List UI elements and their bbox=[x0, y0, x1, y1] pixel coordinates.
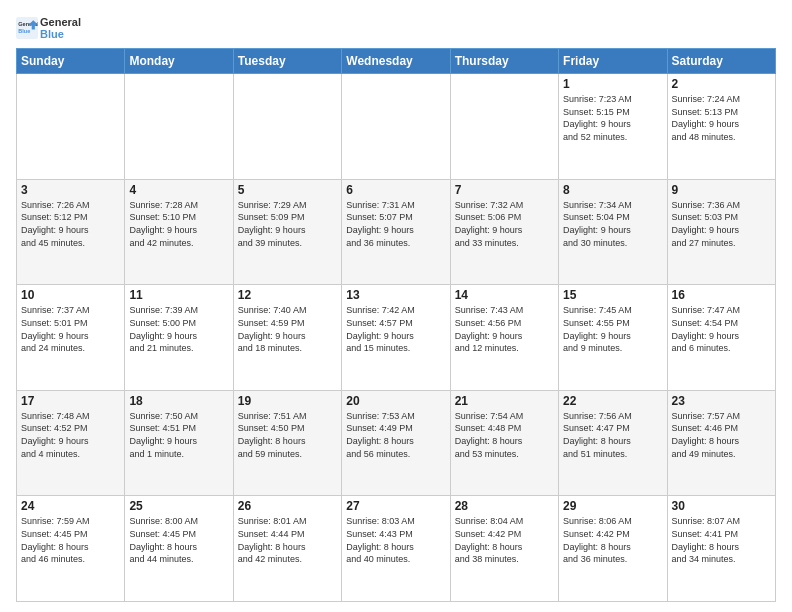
day-number: 28 bbox=[455, 499, 554, 513]
calendar-cell: 15Sunrise: 7:45 AM Sunset: 4:55 PM Dayli… bbox=[559, 285, 667, 391]
header: General Blue General Blue bbox=[16, 16, 776, 40]
day-number: 11 bbox=[129, 288, 228, 302]
calendar-week-row: 1Sunrise: 7:23 AM Sunset: 5:15 PM Daylig… bbox=[17, 74, 776, 180]
calendar-cell: 5Sunrise: 7:29 AM Sunset: 5:09 PM Daylig… bbox=[233, 179, 341, 285]
calendar-cell: 12Sunrise: 7:40 AM Sunset: 4:59 PM Dayli… bbox=[233, 285, 341, 391]
calendar-cell: 18Sunrise: 7:50 AM Sunset: 4:51 PM Dayli… bbox=[125, 390, 233, 496]
day-info: Sunrise: 8:06 AM Sunset: 4:42 PM Dayligh… bbox=[563, 515, 662, 565]
day-number: 27 bbox=[346, 499, 445, 513]
day-number: 22 bbox=[563, 394, 662, 408]
day-number: 17 bbox=[21, 394, 120, 408]
day-info: Sunrise: 7:53 AM Sunset: 4:49 PM Dayligh… bbox=[346, 410, 445, 460]
logo-text-blue: Blue bbox=[40, 28, 81, 40]
weekday-header-tuesday: Tuesday bbox=[233, 49, 341, 74]
day-info: Sunrise: 7:40 AM Sunset: 4:59 PM Dayligh… bbox=[238, 304, 337, 354]
day-number: 9 bbox=[672, 183, 771, 197]
day-number: 8 bbox=[563, 183, 662, 197]
calendar-cell: 9Sunrise: 7:36 AM Sunset: 5:03 PM Daylig… bbox=[667, 179, 775, 285]
calendar-cell: 13Sunrise: 7:42 AM Sunset: 4:57 PM Dayli… bbox=[342, 285, 450, 391]
day-info: Sunrise: 7:57 AM Sunset: 4:46 PM Dayligh… bbox=[672, 410, 771, 460]
day-info: Sunrise: 8:07 AM Sunset: 4:41 PM Dayligh… bbox=[672, 515, 771, 565]
day-info: Sunrise: 7:32 AM Sunset: 5:06 PM Dayligh… bbox=[455, 199, 554, 249]
calendar-week-row: 17Sunrise: 7:48 AM Sunset: 4:52 PM Dayli… bbox=[17, 390, 776, 496]
calendar-cell: 2Sunrise: 7:24 AM Sunset: 5:13 PM Daylig… bbox=[667, 74, 775, 180]
day-number: 1 bbox=[563, 77, 662, 91]
logo: General Blue General Blue bbox=[16, 16, 81, 40]
day-number: 30 bbox=[672, 499, 771, 513]
calendar-cell bbox=[450, 74, 558, 180]
calendar-cell bbox=[17, 74, 125, 180]
calendar-cell: 28Sunrise: 8:04 AM Sunset: 4:42 PM Dayli… bbox=[450, 496, 558, 602]
calendar-cell: 20Sunrise: 7:53 AM Sunset: 4:49 PM Dayli… bbox=[342, 390, 450, 496]
day-number: 13 bbox=[346, 288, 445, 302]
day-info: Sunrise: 7:23 AM Sunset: 5:15 PM Dayligh… bbox=[563, 93, 662, 143]
calendar-cell: 3Sunrise: 7:26 AM Sunset: 5:12 PM Daylig… bbox=[17, 179, 125, 285]
day-number: 20 bbox=[346, 394, 445, 408]
weekday-header-sunday: Sunday bbox=[17, 49, 125, 74]
day-info: Sunrise: 7:59 AM Sunset: 4:45 PM Dayligh… bbox=[21, 515, 120, 565]
calendar-cell: 25Sunrise: 8:00 AM Sunset: 4:45 PM Dayli… bbox=[125, 496, 233, 602]
day-info: Sunrise: 7:56 AM Sunset: 4:47 PM Dayligh… bbox=[563, 410, 662, 460]
day-info: Sunrise: 7:54 AM Sunset: 4:48 PM Dayligh… bbox=[455, 410, 554, 460]
day-number: 26 bbox=[238, 499, 337, 513]
page: General Blue General Blue SundayMondayTu… bbox=[0, 0, 792, 612]
calendar-cell: 30Sunrise: 8:07 AM Sunset: 4:41 PM Dayli… bbox=[667, 496, 775, 602]
weekday-header-thursday: Thursday bbox=[450, 49, 558, 74]
day-info: Sunrise: 7:50 AM Sunset: 4:51 PM Dayligh… bbox=[129, 410, 228, 460]
calendar-cell: 10Sunrise: 7:37 AM Sunset: 5:01 PM Dayli… bbox=[17, 285, 125, 391]
day-info: Sunrise: 7:36 AM Sunset: 5:03 PM Dayligh… bbox=[672, 199, 771, 249]
day-info: Sunrise: 7:51 AM Sunset: 4:50 PM Dayligh… bbox=[238, 410, 337, 460]
day-number: 19 bbox=[238, 394, 337, 408]
calendar-cell: 24Sunrise: 7:59 AM Sunset: 4:45 PM Dayli… bbox=[17, 496, 125, 602]
weekday-header-monday: Monday bbox=[125, 49, 233, 74]
weekday-header-friday: Friday bbox=[559, 49, 667, 74]
day-info: Sunrise: 7:34 AM Sunset: 5:04 PM Dayligh… bbox=[563, 199, 662, 249]
calendar-cell: 26Sunrise: 8:01 AM Sunset: 4:44 PM Dayli… bbox=[233, 496, 341, 602]
logo-text-general: General bbox=[40, 16, 81, 28]
calendar-cell bbox=[233, 74, 341, 180]
calendar-cell: 22Sunrise: 7:56 AM Sunset: 4:47 PM Dayli… bbox=[559, 390, 667, 496]
day-info: Sunrise: 7:43 AM Sunset: 4:56 PM Dayligh… bbox=[455, 304, 554, 354]
calendar-cell: 11Sunrise: 7:39 AM Sunset: 5:00 PM Dayli… bbox=[125, 285, 233, 391]
calendar-cell: 23Sunrise: 7:57 AM Sunset: 4:46 PM Dayli… bbox=[667, 390, 775, 496]
day-number: 23 bbox=[672, 394, 771, 408]
weekday-header-saturday: Saturday bbox=[667, 49, 775, 74]
day-info: Sunrise: 7:29 AM Sunset: 5:09 PM Dayligh… bbox=[238, 199, 337, 249]
day-number: 2 bbox=[672, 77, 771, 91]
day-info: Sunrise: 7:37 AM Sunset: 5:01 PM Dayligh… bbox=[21, 304, 120, 354]
calendar-week-row: 24Sunrise: 7:59 AM Sunset: 4:45 PM Dayli… bbox=[17, 496, 776, 602]
day-number: 25 bbox=[129, 499, 228, 513]
calendar-cell: 29Sunrise: 8:06 AM Sunset: 4:42 PM Dayli… bbox=[559, 496, 667, 602]
day-number: 7 bbox=[455, 183, 554, 197]
day-info: Sunrise: 7:28 AM Sunset: 5:10 PM Dayligh… bbox=[129, 199, 228, 249]
day-number: 10 bbox=[21, 288, 120, 302]
calendar-cell bbox=[125, 74, 233, 180]
day-number: 5 bbox=[238, 183, 337, 197]
calendar-cell bbox=[342, 74, 450, 180]
calendar-cell: 19Sunrise: 7:51 AM Sunset: 4:50 PM Dayli… bbox=[233, 390, 341, 496]
day-number: 3 bbox=[21, 183, 120, 197]
day-number: 24 bbox=[21, 499, 120, 513]
day-info: Sunrise: 7:42 AM Sunset: 4:57 PM Dayligh… bbox=[346, 304, 445, 354]
calendar-cell: 8Sunrise: 7:34 AM Sunset: 5:04 PM Daylig… bbox=[559, 179, 667, 285]
day-number: 15 bbox=[563, 288, 662, 302]
calendar-cell: 17Sunrise: 7:48 AM Sunset: 4:52 PM Dayli… bbox=[17, 390, 125, 496]
calendar-cell: 1Sunrise: 7:23 AM Sunset: 5:15 PM Daylig… bbox=[559, 74, 667, 180]
day-number: 4 bbox=[129, 183, 228, 197]
calendar-cell: 7Sunrise: 7:32 AM Sunset: 5:06 PM Daylig… bbox=[450, 179, 558, 285]
logo-icon: General Blue bbox=[16, 17, 38, 39]
day-number: 18 bbox=[129, 394, 228, 408]
calendar-cell: 16Sunrise: 7:47 AM Sunset: 4:54 PM Dayli… bbox=[667, 285, 775, 391]
calendar-cell: 4Sunrise: 7:28 AM Sunset: 5:10 PM Daylig… bbox=[125, 179, 233, 285]
day-number: 14 bbox=[455, 288, 554, 302]
day-info: Sunrise: 8:04 AM Sunset: 4:42 PM Dayligh… bbox=[455, 515, 554, 565]
day-info: Sunrise: 7:45 AM Sunset: 4:55 PM Dayligh… bbox=[563, 304, 662, 354]
day-number: 12 bbox=[238, 288, 337, 302]
day-info: Sunrise: 7:47 AM Sunset: 4:54 PM Dayligh… bbox=[672, 304, 771, 354]
calendar-cell: 21Sunrise: 7:54 AM Sunset: 4:48 PM Dayli… bbox=[450, 390, 558, 496]
day-number: 6 bbox=[346, 183, 445, 197]
calendar-week-row: 10Sunrise: 7:37 AM Sunset: 5:01 PM Dayli… bbox=[17, 285, 776, 391]
day-info: Sunrise: 7:39 AM Sunset: 5:00 PM Dayligh… bbox=[129, 304, 228, 354]
day-info: Sunrise: 8:03 AM Sunset: 4:43 PM Dayligh… bbox=[346, 515, 445, 565]
calendar-cell: 14Sunrise: 7:43 AM Sunset: 4:56 PM Dayli… bbox=[450, 285, 558, 391]
